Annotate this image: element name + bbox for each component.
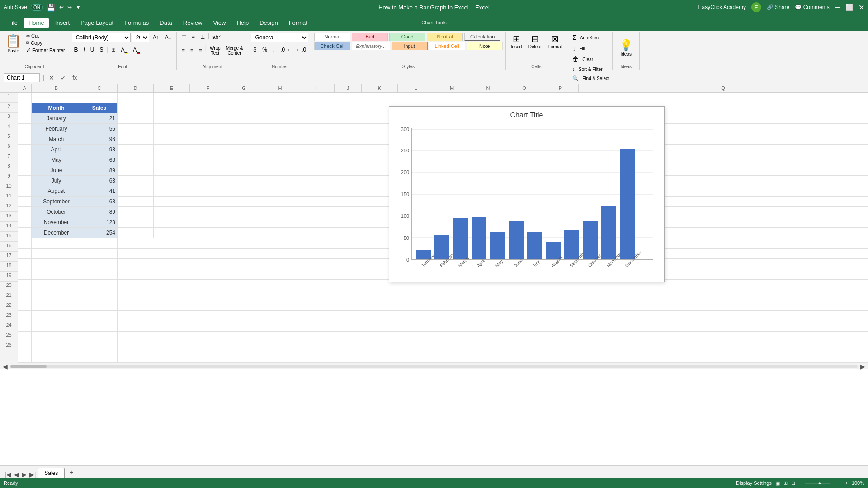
row-num-1[interactable]: 1 [0,93,18,103]
row-num-20[interactable]: 20 [0,282,18,291]
style-input-box[interactable]: Input [392,42,428,50]
cell-d8[interactable] [118,165,154,175]
cell-a9[interactable] [18,176,32,186]
row-num-7[interactable]: 7 [0,152,18,162]
col-header-e[interactable]: E [154,84,190,92]
cell-b4[interactable]: February [32,124,81,134]
underline-button[interactable]: U [88,45,97,54]
cell-d13[interactable] [118,217,154,227]
cell-a8[interactable] [18,165,32,175]
insert-function-button[interactable]: fx [71,74,79,81]
col-header-q[interactable]: Q [579,84,868,92]
autosave-toggle[interactable]: ON [31,4,43,11]
sort-button[interactable]: ↕ [570,65,577,73]
zoom-slider[interactable]: ━━━━●━━━ [805,480,841,486]
col-header-j[interactable]: J [335,84,362,92]
cell-c7[interactable]: 63 [81,155,118,165]
cell-a15[interactable] [18,238,32,248]
cell-d9[interactable] [118,176,154,186]
row-num-16[interactable]: 16 [0,242,18,252]
cell-d12[interactable] [118,207,154,217]
cell-a5[interactable] [18,134,32,144]
increase-decimal-button[interactable]: .0→ [278,45,292,54]
scroll-thumb[interactable] [10,365,47,368]
chart-container[interactable]: Chart Title 0 50 100 150 [389,106,665,282]
col-header-g[interactable]: G [226,84,262,92]
format-cells-button[interactable]: ⊠ Format [546,33,565,50]
menu-design[interactable]: Design [255,18,282,28]
row-num-18[interactable]: 18 [0,262,18,272]
row-num-4[interactable]: 4 [0,122,18,132]
cell-a2[interactable] [18,103,32,113]
number-format-select[interactable]: General [251,33,308,42]
cell-a3[interactable] [18,113,32,123]
paste-button[interactable]: 📋 Paste [3,33,24,54]
cell-a12[interactable] [18,207,32,217]
close-button[interactable]: ✕ [859,3,864,12]
cell-b2-month[interactable]: Month [32,103,81,113]
style-linked-cell-box[interactable]: Linked Cell [429,42,465,50]
currency-button[interactable]: $ [251,45,259,54]
align-bottom-button[interactable]: ⊥ [198,33,207,42]
row-num-23[interactable]: 23 [0,311,18,321]
formula-input[interactable] [81,74,864,81]
last-tab-button[interactable]: ▶| [28,471,37,478]
cell-c15[interactable] [81,238,118,248]
restore-button[interactable]: ⬜ [845,4,853,11]
cell-d5[interactable] [118,134,154,144]
user-avatar[interactable]: E [751,2,761,12]
bold-button[interactable]: B [72,45,80,54]
copy-button[interactable]: ⧉ Copy [25,40,66,46]
cell-c4[interactable]: 56 [81,124,118,134]
decrease-decimal-button[interactable]: ←.0 [294,45,308,54]
comma-button[interactable]: , [271,45,277,54]
cell-rest-1[interactable] [154,93,868,103]
style-check-cell-box[interactable]: Check Cell [314,42,350,50]
row-num-11[interactable]: 11 [0,192,18,202]
row-num-9[interactable]: 9 [0,172,18,182]
cell-d14[interactable] [118,228,154,238]
row-num-22[interactable]: 22 [0,301,18,311]
cell-a4[interactable] [18,124,32,134]
cell-c6[interactable]: 98 [81,145,118,155]
cell-d3[interactable] [118,113,154,123]
ideas-button[interactable]: 💡 Ideas [617,38,635,57]
cell-c1[interactable] [81,93,118,103]
row-num-25[interactable]: 25 [0,331,18,341]
cell-d6[interactable] [118,145,154,155]
style-note-box[interactable]: Note [467,42,503,50]
align-left-button[interactable]: ≡ [179,44,187,57]
col-header-l[interactable]: L [398,84,434,92]
cell-b13[interactable]: November [32,217,81,227]
scroll-right-button[interactable]: ▶ [859,363,866,370]
horizontal-scrollbar[interactable]: ◀ ▶ [0,363,868,369]
menu-review[interactable]: Review [179,18,207,28]
cell-c13[interactable]: 123 [81,217,118,227]
row-num-8[interactable]: 8 [0,162,18,172]
merge-center-button[interactable]: Merge &Center [224,44,245,57]
style-explanatory-box[interactable]: Explanatory... [352,42,390,50]
redo-icon[interactable]: ↪ [67,4,72,10]
col-header-a[interactable]: A [18,84,32,92]
confirm-formula-button[interactable]: ✓ [59,74,68,81]
menu-help[interactable]: Help [232,18,253,28]
row-num-12[interactable]: 12 [0,202,18,212]
style-bad-box[interactable]: Bad [352,33,388,41]
cell-a13[interactable] [18,217,32,227]
cell-b6[interactable]: April [32,145,81,155]
prev-tab-button[interactable]: ◀ [13,471,20,478]
col-header-o[interactable]: O [506,84,542,92]
align-top-button[interactable]: ⊤ [179,33,189,42]
col-header-f[interactable]: F [190,84,226,92]
strikethrough-button[interactable]: S [97,45,105,54]
border-button[interactable]: ⊞ [109,45,118,54]
cell-b14[interactable]: December [32,228,81,238]
autosum-button[interactable]: Σ [570,33,579,42]
scroll-track[interactable] [10,365,858,368]
cell-d10[interactable] [118,186,154,196]
scroll-left-button[interactable]: ◀ [2,363,9,370]
first-tab-button[interactable]: |◀ [4,471,12,478]
sheet-tab-sales[interactable]: Sales [38,468,65,478]
increase-font-button[interactable]: A↑ [151,33,161,42]
font-color-button[interactable]: A_ [131,45,142,54]
